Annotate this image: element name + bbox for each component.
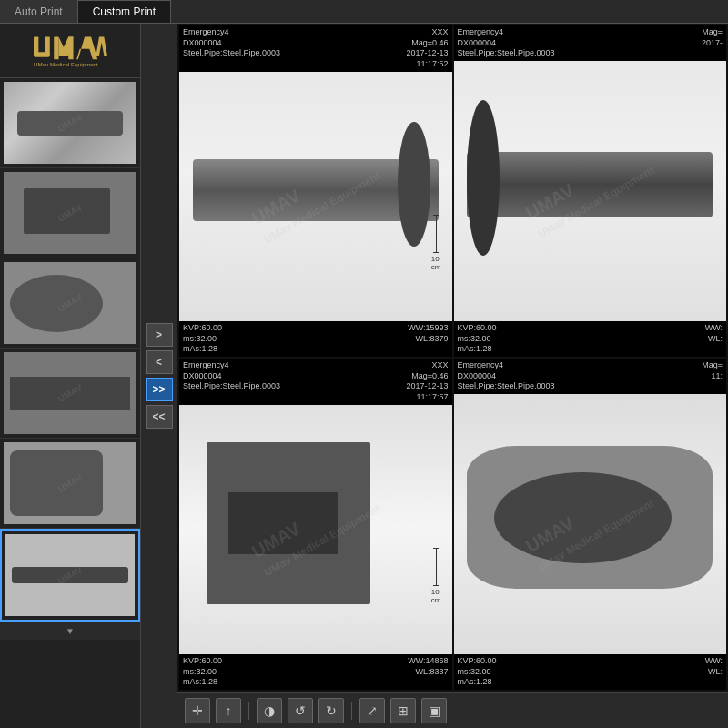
nav-rewind-button[interactable]: << — [146, 405, 173, 429]
bottom-toolbar: ✛ ↑ ◑ ↺ ↻ ⤢ ⊞ ▣ — [177, 692, 728, 728]
image-cell-2-header: Emergency4 DX000004 Steel.Pipe:Steel.Pip… — [454, 25, 727, 61]
image-grid: Emergency4 DX000004 Steel.Pipe:Steel.Pip… — [177, 24, 728, 692]
thumbnail-6[interactable]: 6 UMAV — [0, 529, 140, 622]
tool-more-button[interactable]: ▣ — [421, 698, 447, 723]
rotate-left-icon: ↺ — [295, 703, 306, 718]
image-cell-4-header-right: Mag= 11: — [702, 360, 723, 392]
up-icon: ↑ — [226, 703, 232, 718]
more-icon: ▣ — [429, 703, 440, 718]
thumbnail-5[interactable]: 5 UMAV — [0, 439, 140, 529]
scale-ruler-3: 10cm — [431, 548, 441, 604]
thumbnail-1[interactable]: UMAV — [0, 78, 140, 168]
thumbnail-6-image: UMAV — [5, 534, 135, 616]
move-icon: ✛ — [192, 703, 203, 718]
tab-custom-print[interactable]: Custom Print — [78, 0, 171, 23]
chevron-down-icon: ▼ — [66, 626, 75, 636]
image-cell-4-header-left: Emergency4 DX000004 Steel.Pipe:Steel.Pip… — [458, 360, 555, 392]
tool-rotate-left-button[interactable]: ↺ — [288, 698, 313, 723]
image-cell-1: Emergency4 DX000004 Steel.Pipe:Steel.Pip… — [179, 25, 452, 357]
nav-controls: > < >> << — [141, 24, 177, 728]
fit-icon: ⤢ — [367, 703, 378, 718]
main-view-panel: Emergency4 DX000004 Steel.Pipe:Steel.Pip… — [177, 24, 728, 728]
tool-rotate-right-button[interactable]: ↻ — [318, 698, 344, 723]
toolbar-separator-2 — [351, 702, 352, 720]
tab-auto-print[interactable]: Auto Print — [0, 0, 78, 23]
image-cell-2-header-right: Mag= 2017- — [702, 27, 723, 59]
tool-fit-button[interactable]: ⤢ — [359, 698, 385, 723]
tool-up-button[interactable]: ↑ — [216, 698, 241, 723]
image-cell-4-footer: KVP:60.00 ms:32.00 mAs:1.28 WW: WL: — [454, 654, 727, 690]
svg-text:UMav Medical Equipment: UMav Medical Equipment — [34, 61, 98, 67]
thumbnail-3[interactable]: 3 UMAV — [0, 258, 140, 349]
scale-ruler-1: 10cm — [431, 215, 441, 271]
image-cell-4-viewport[interactable]: UMAVUMav Medical Equipment — [454, 394, 727, 654]
tool-contrast-button[interactable]: ◑ — [257, 698, 282, 723]
image-cell-3-header: Emergency4 DX000004 Steel.Pipe:Steel.Pip… — [179, 359, 452, 405]
logo-area: UMav Medical Equipment — [0, 24, 140, 78]
image-cell-2-viewport[interactable]: UMAVUMav Medical Equipment — [454, 61, 727, 321]
nav-prev-button[interactable]: < — [146, 350, 173, 374]
image-cell-3: Emergency4 DX000004 Steel.Pipe:Steel.Pip… — [179, 359, 452, 690]
image-cell-2: Emergency4 DX000004 Steel.Pipe:Steel.Pip… — [454, 25, 727, 357]
svg-rect-0 — [34, 36, 38, 55]
image-cell-3-header-right: XXX Mag=0.46 2017-12-13 11:17:57 — [406, 360, 448, 403]
tab-bar: Auto Print Custom Print — [0, 0, 728, 24]
layout-icon: ⊞ — [398, 703, 409, 718]
image-cell-3-footer: KVP:60.00 ms:32.00 mAs:1.28 WW:14868 WL:… — [179, 654, 452, 690]
thumbnail-2-image: UMAV — [4, 172, 136, 254]
thumbnail-4-image: UMAV — [4, 352, 136, 434]
image-cell-2-header-left: Emergency4 DX000004 Steel.Pipe:Steel.Pip… — [458, 27, 555, 59]
svg-rect-5 — [68, 36, 73, 59]
thumbnail-panel: UMav Medical Equipment UMAV 2 UMAV 3 UMA… — [0, 24, 141, 728]
svg-rect-2 — [45, 36, 49, 55]
image-cell-1-header-right: XXX Mag=0.46 2017-12-13 11:17:52 — [406, 27, 448, 70]
contrast-icon: ◑ — [264, 703, 275, 718]
tool-layout-button[interactable]: ⊞ — [390, 698, 416, 723]
image-cell-3-header-left: Emergency4 DX000004 Steel.Pipe:Steel.Pip… — [183, 360, 280, 403]
nav-fast-forward-button[interactable]: >> — [146, 378, 173, 401]
tool-move-button[interactable]: ✛ — [185, 698, 210, 723]
thumbnail-4[interactable]: 4 UMAV — [0, 349, 140, 439]
thumbnail-1-image: UMAV — [4, 82, 136, 164]
nav-next-button[interactable]: > — [146, 323, 173, 347]
image-cell-1-header-left: Emergency4 DX000004 Steel.Pipe:Steel.Pip… — [183, 27, 280, 70]
svg-rect-3 — [54, 36, 58, 59]
image-cell-4-header: Emergency4 DX000004 Steel.Pipe:Steel.Pip… — [454, 359, 727, 394]
image-cell-1-viewport[interactable]: UMAVUMav Medical Equipment 10cm — [179, 72, 452, 321]
toolbar-separator-1 — [248, 702, 249, 720]
main-layout: UMav Medical Equipment UMAV 2 UMAV 3 UMA… — [0, 24, 728, 728]
image-cell-1-header: Emergency4 DX000004 Steel.Pipe:Steel.Pip… — [179, 25, 452, 72]
image-cell-1-footer: KVP:60.00 ms:32.00 mAs:1.28 WW:15993 WL:… — [179, 321, 452, 357]
logo: UMav Medical Equipment — [29, 33, 111, 69]
image-cell-3-viewport[interactable]: UMAVUMav Medical Equipment 10cm — [179, 405, 452, 654]
svg-marker-7 — [96, 36, 106, 55]
thumbnail-5-image: UMAV — [4, 442, 136, 524]
scroll-down-button[interactable]: ▼ — [0, 622, 140, 640]
svg-marker-6 — [76, 36, 97, 59]
rotate-right-icon: ↻ — [326, 703, 337, 718]
thumbnail-3-image: UMAV — [4, 262, 136, 344]
image-cell-2-footer: KVP:60.00 ms:32.00 mAs:1.28 WW: WL: — [454, 321, 727, 357]
image-cell-4: Emergency4 DX000004 Steel.Pipe:Steel.Pip… — [454, 359, 727, 690]
thumbnail-2[interactable]: 2 UMAV — [0, 168, 140, 258]
